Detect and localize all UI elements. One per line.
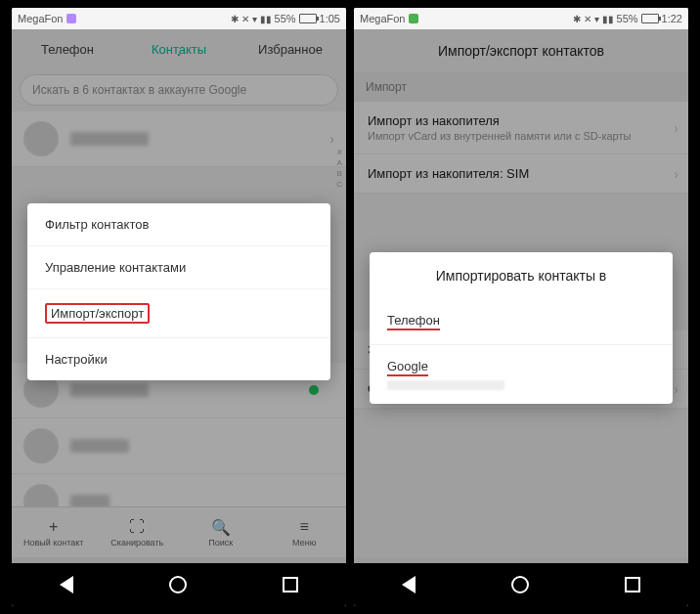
- battery-icon: [641, 14, 659, 23]
- menu-filter-contacts[interactable]: Фильтр контактов: [27, 203, 330, 246]
- menu-import-export[interactable]: Импорт/экспорт: [27, 289, 330, 338]
- carrier-icon: [66, 14, 76, 23]
- vibrate-icon: ✕: [584, 14, 591, 24]
- import-dialog: Импортировать контакты в Телефон Google: [370, 252, 673, 404]
- nav-recent-button[interactable]: [283, 577, 298, 592]
- nav-bar: [12, 563, 346, 606]
- signal-icon: ▮▮: [260, 14, 272, 24]
- carrier-icon: [409, 14, 418, 23]
- battery-icon: [299, 14, 317, 23]
- wifi-icon: ▾: [594, 14, 599, 24]
- nav-back-button[interactable]: [402, 576, 416, 593]
- dialog-option-google[interactable]: Google: [370, 345, 673, 404]
- nav-bar: [354, 563, 688, 606]
- time-text: 1:05: [320, 13, 340, 24]
- signal-icon: ▮▮: [602, 14, 614, 24]
- context-menu: Фильтр контактов Управление контактами И…: [27, 203, 330, 380]
- menu-manage-contacts[interactable]: Управление контактами: [27, 246, 330, 289]
- time-text: 1:22: [662, 13, 682, 24]
- status-bar: MegaFon ✱ ✕ ▾ ▮▮ 55% 1:05: [12, 8, 346, 29]
- carrier-text: MegaFon: [18, 13, 63, 24]
- nav-back-button[interactable]: [60, 576, 73, 593]
- carrier-text: MegaFon: [360, 13, 405, 24]
- status-bar: MegaFon ✱ ✕ ▾ ▮▮ 55% 1:22: [354, 8, 688, 29]
- menu-settings[interactable]: Настройки: [27, 338, 330, 380]
- bluetooth-icon: ✱: [573, 14, 581, 24]
- dialog-option-phone[interactable]: Телефон: [370, 299, 673, 345]
- vibrate-icon: ✕: [241, 14, 249, 24]
- right-phone: MegaFon ✱ ✕ ▾ ▮▮ 55% 1:22 Импорт/экспорт…: [354, 8, 688, 606]
- nav-home-button[interactable]: [169, 576, 187, 593]
- dialog-title: Импортировать контакты в: [370, 252, 673, 299]
- wifi-icon: ▾: [252, 14, 257, 24]
- battery-text: 55%: [617, 13, 638, 24]
- bluetooth-icon: ✱: [231, 14, 239, 24]
- battery-text: 55%: [275, 13, 296, 24]
- nav-home-button[interactable]: [511, 576, 529, 593]
- nav-recent-button[interactable]: [625, 577, 640, 592]
- google-account-sub: [387, 380, 504, 390]
- left-phone: MegaFon ✱ ✕ ▾ ▮▮ 55% 1:05 Телефон Контак…: [12, 8, 346, 606]
